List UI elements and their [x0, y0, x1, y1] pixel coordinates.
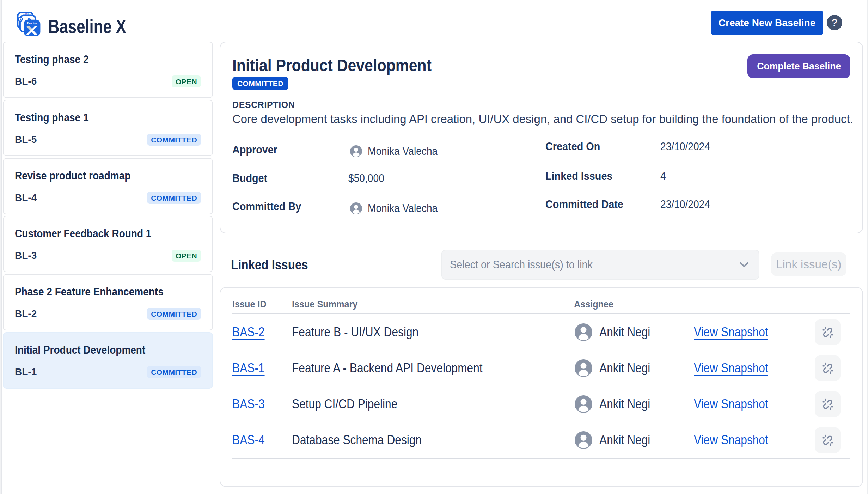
svg-text:Baseline: Baseline	[27, 21, 37, 25]
